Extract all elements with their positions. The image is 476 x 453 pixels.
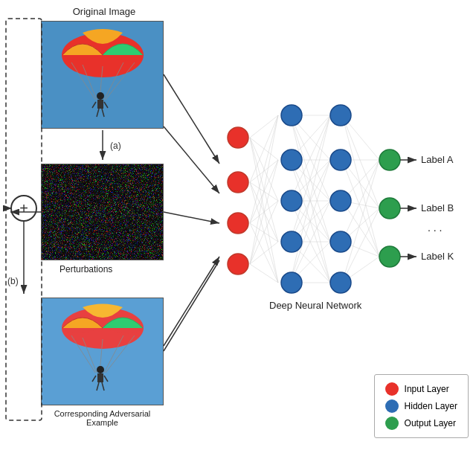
svg-line-58 — [250, 242, 278, 264]
svg-text:Label  B: Label B — [421, 202, 454, 213]
svg-line-64 — [290, 115, 330, 283]
svg-line-61 — [290, 115, 330, 160]
svg-line-39 — [164, 260, 219, 351]
svg-line-65 — [290, 115, 330, 160]
svg-line-87 — [342, 115, 379, 257]
svg-point-114 — [379, 150, 400, 170]
original-image-label: Original Image — [45, 6, 164, 17]
svg-text:(a): (a) — [110, 141, 121, 151]
svg-line-79 — [290, 242, 330, 283]
svg-text:Label  A: Label A — [421, 154, 454, 165]
legend-hidden: Hidden Layer — [385, 399, 457, 413]
hidden-layer-label: Hidden Layer — [405, 401, 457, 411]
svg-point-105 — [281, 150, 302, 170]
svg-point-20 — [97, 366, 104, 373]
svg-rect-21 — [97, 373, 103, 382]
svg-line-75 — [290, 115, 330, 242]
output-layer-label: Output Layer — [405, 418, 456, 428]
svg-point-102 — [228, 213, 248, 234]
svg-point-106 — [281, 190, 302, 211]
svg-line-62 — [290, 115, 330, 201]
svg-line-73 — [290, 201, 330, 242]
original-image-box — [41, 21, 164, 129]
svg-line-55 — [250, 115, 278, 264]
svg-line-48 — [250, 182, 278, 242]
svg-line-96 — [342, 242, 379, 257]
svg-line-43 — [250, 138, 278, 242]
svg-line-41 — [250, 138, 278, 160]
svg-line-82 — [290, 201, 330, 283]
svg-line-93 — [342, 201, 379, 257]
adversarial-image-box — [41, 298, 164, 405]
svg-line-45 — [250, 115, 278, 182]
svg-point-110 — [330, 150, 351, 170]
svg-line-40 — [250, 115, 278, 138]
legend-input: Input Layer — [385, 382, 457, 396]
svg-line-70 — [290, 115, 330, 201]
svg-line-90 — [342, 160, 379, 257]
svg-line-30 — [164, 126, 219, 193]
svg-line-91 — [342, 160, 379, 201]
svg-line-31 — [164, 212, 219, 223]
svg-line-83 — [290, 242, 330, 283]
svg-line-86 — [342, 115, 379, 208]
svg-line-71 — [290, 160, 330, 201]
svg-text:·  ·  ·: · · · — [428, 224, 442, 236]
svg-line-76 — [290, 160, 330, 242]
svg-line-47 — [250, 182, 278, 201]
svg-point-107 — [281, 231, 302, 252]
diagram-container: Original Image — [0, 0, 476, 453]
svg-line-80 — [290, 115, 330, 283]
svg-line-85 — [342, 115, 379, 160]
svg-line-51 — [250, 160, 278, 223]
svg-line-46 — [250, 160, 278, 182]
perturbations-label: Perturbations — [60, 264, 112, 274]
input-layer-color — [385, 382, 399, 396]
svg-line-68 — [290, 160, 330, 242]
svg-line-54 — [250, 223, 278, 283]
svg-line-74 — [290, 201, 330, 283]
svg-line-56 — [250, 160, 278, 264]
svg-text:Label  K: Label K — [421, 251, 454, 262]
svg-line-49 — [250, 182, 278, 283]
legend-output: Output Layer — [385, 417, 457, 430]
svg-point-104 — [281, 105, 302, 126]
svg-line-69 — [290, 160, 330, 283]
svg-rect-8 — [97, 100, 103, 109]
svg-point-100 — [228, 127, 248, 148]
svg-point-7 — [97, 92, 104, 100]
svg-point-115 — [379, 198, 400, 219]
svg-point-101 — [228, 172, 248, 193]
adversarial-label: Corresponding Adversarial Example — [41, 409, 164, 427]
svg-line-81 — [290, 160, 330, 283]
svg-line-59 — [250, 264, 278, 283]
output-layer-color — [385, 417, 399, 430]
input-layer-label: Input Layer — [405, 384, 449, 394]
svg-line-89 — [342, 160, 379, 208]
svg-line-99 — [342, 257, 379, 283]
plus-operator: + — [10, 195, 37, 222]
svg-line-63 — [290, 115, 330, 242]
legend-box: Input Layer Hidden Layer Output Layer — [374, 374, 469, 438]
svg-line-29 — [164, 74, 219, 164]
svg-line-97 — [342, 160, 379, 283]
svg-line-95 — [342, 208, 379, 242]
svg-text:(b): (b) — [7, 276, 19, 286]
hidden-layer-color — [385, 399, 399, 413]
svg-line-50 — [250, 115, 278, 223]
svg-line-32 — [164, 257, 219, 346]
svg-point-111 — [330, 190, 351, 211]
svg-line-42 — [250, 138, 278, 201]
svg-point-108 — [281, 272, 302, 293]
svg-line-57 — [250, 201, 278, 264]
svg-text:Deep Neural Network: Deep Neural Network — [269, 300, 362, 311]
svg-point-103 — [228, 254, 248, 274]
svg-line-52 — [250, 201, 278, 223]
svg-line-98 — [342, 208, 379, 283]
svg-line-94 — [342, 160, 379, 242]
svg-point-116 — [379, 246, 400, 267]
svg-line-53 — [250, 223, 278, 242]
svg-line-77 — [290, 201, 330, 242]
svg-line-92 — [342, 201, 379, 208]
svg-point-109 — [330, 105, 351, 126]
